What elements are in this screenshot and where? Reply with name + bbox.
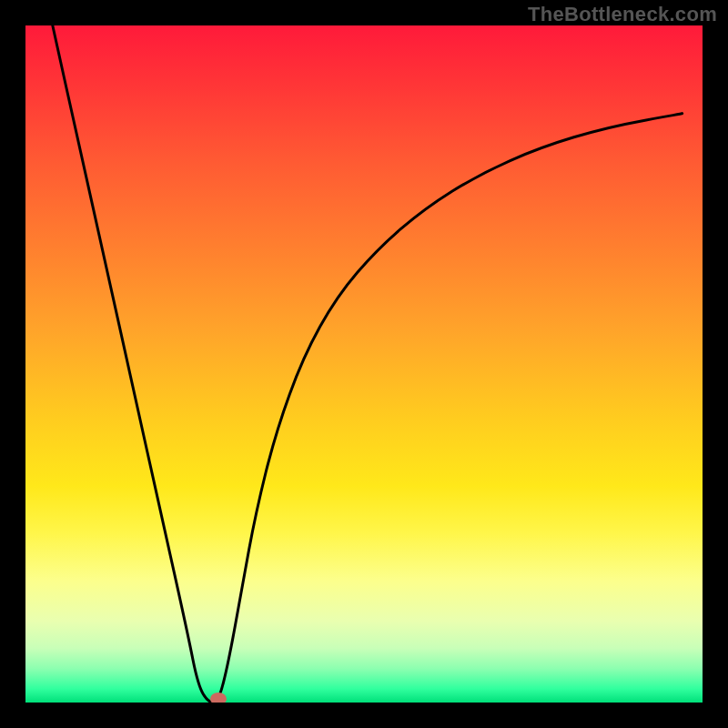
chart-frame: TheBottleneck.com (0, 0, 728, 728)
plot-area (25, 25, 703, 703)
min-point-marker (210, 693, 227, 703)
bottleneck-curve (25, 25, 703, 703)
watermark-text: TheBottleneck.com (528, 3, 717, 26)
